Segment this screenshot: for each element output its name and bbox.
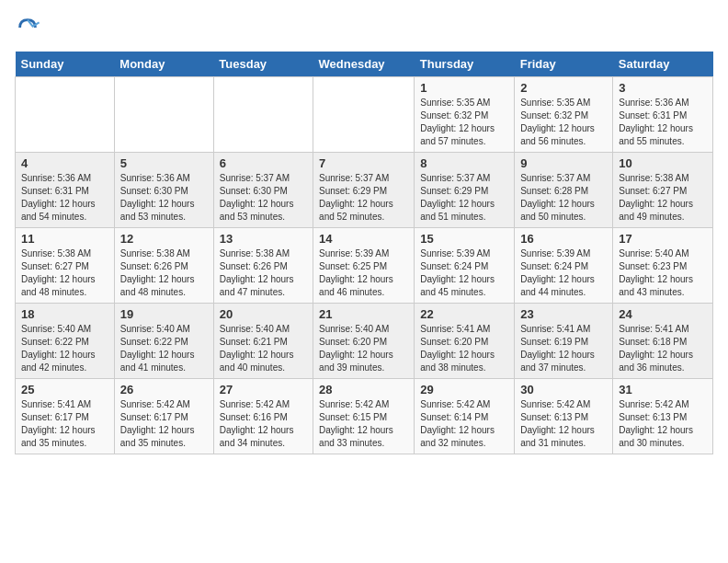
day-number: 2	[520, 81, 607, 95]
day-number: 18	[21, 307, 108, 321]
header-tuesday: Tuesday	[213, 52, 313, 77]
day-number: 27	[220, 383, 307, 396]
header-sunday: Sunday	[16, 52, 115, 77]
day-number: 19	[120, 307, 208, 321]
calendar-cell: 6Sunrise: 5:37 AM Sunset: 6:30 PM Daylig…	[213, 153, 313, 228]
day-info: Sunrise: 5:42 AM Sunset: 6:17 PM Dayligh…	[120, 398, 208, 450]
day-info: Sunrise: 5:42 AM Sunset: 6:14 PM Dayligh…	[420, 398, 508, 450]
day-number: 26	[120, 383, 208, 396]
day-number: 16	[520, 232, 607, 246]
calendar-week-4: 18Sunrise: 5:40 AM Sunset: 6:22 PM Dayli…	[16, 304, 713, 379]
day-info: Sunrise: 5:42 AM Sunset: 6:13 PM Dayligh…	[619, 398, 707, 450]
day-info: Sunrise: 5:39 AM Sunset: 6:24 PM Dayligh…	[420, 247, 508, 299]
day-number: 29	[420, 383, 508, 396]
day-number: 4	[21, 156, 108, 170]
day-info: Sunrise: 5:36 AM Sunset: 6:30 PM Dayligh…	[120, 172, 208, 224]
day-info: Sunrise: 5:40 AM Sunset: 6:22 PM Dayligh…	[120, 323, 208, 374]
calendar-cell: 26Sunrise: 5:42 AM Sunset: 6:17 PM Dayli…	[114, 379, 213, 454]
day-number: 25	[21, 383, 108, 396]
day-number: 23	[520, 307, 607, 321]
calendar-cell: 3Sunrise: 5:36 AM Sunset: 6:31 PM Daylig…	[613, 77, 713, 153]
day-info: Sunrise: 5:38 AM Sunset: 6:26 PM Dayligh…	[120, 247, 208, 299]
day-number: 7	[319, 156, 408, 170]
day-number: 31	[619, 383, 707, 396]
day-number: 20	[220, 307, 307, 321]
day-number: 30	[520, 383, 607, 396]
day-number: 6	[220, 156, 307, 170]
calendar-cell: 12Sunrise: 5:38 AM Sunset: 6:26 PM Dayli…	[114, 228, 213, 304]
calendar-cell: 24Sunrise: 5:41 AM Sunset: 6:18 PM Dayli…	[613, 304, 713, 379]
day-info: Sunrise: 5:40 AM Sunset: 6:22 PM Dayligh…	[21, 323, 108, 374]
day-info: Sunrise: 5:42 AM Sunset: 6:15 PM Dayligh…	[319, 398, 408, 450]
day-number: 1	[420, 81, 508, 95]
calendar-cell: 16Sunrise: 5:39 AM Sunset: 6:24 PM Dayli…	[515, 228, 613, 304]
calendar-cell: 30Sunrise: 5:42 AM Sunset: 6:13 PM Dayli…	[515, 379, 613, 454]
calendar-cell	[313, 77, 415, 153]
calendar-header-row: SundayMondayTuesdayWednesdayThursdayFrid…	[16, 52, 713, 77]
calendar-cell: 27Sunrise: 5:42 AM Sunset: 6:16 PM Dayli…	[213, 379, 313, 454]
calendar-cell: 9Sunrise: 5:37 AM Sunset: 6:28 PM Daylig…	[515, 153, 613, 228]
header-wednesday: Wednesday	[313, 52, 415, 77]
day-info: Sunrise: 5:40 AM Sunset: 6:23 PM Dayligh…	[619, 247, 707, 299]
day-number: 9	[520, 156, 607, 170]
header-thursday: Thursday	[415, 52, 515, 77]
day-number: 21	[319, 307, 408, 321]
day-info: Sunrise: 5:42 AM Sunset: 6:16 PM Dayligh…	[220, 398, 307, 450]
calendar-cell	[114, 77, 213, 153]
day-info: Sunrise: 5:37 AM Sunset: 6:30 PM Dayligh…	[220, 172, 307, 224]
day-info: Sunrise: 5:35 AM Sunset: 6:32 PM Dayligh…	[420, 97, 508, 148]
day-number: 5	[120, 156, 208, 170]
calendar-cell: 2Sunrise: 5:35 AM Sunset: 6:32 PM Daylig…	[515, 77, 613, 153]
day-info: Sunrise: 5:39 AM Sunset: 6:24 PM Dayligh…	[520, 247, 607, 299]
day-info: Sunrise: 5:38 AM Sunset: 6:27 PM Dayligh…	[619, 172, 707, 224]
calendar-cell: 7Sunrise: 5:37 AM Sunset: 6:29 PM Daylig…	[313, 153, 415, 228]
calendar-cell: 22Sunrise: 5:41 AM Sunset: 6:20 PM Dayli…	[415, 304, 515, 379]
day-info: Sunrise: 5:38 AM Sunset: 6:26 PM Dayligh…	[220, 247, 307, 299]
day-info: Sunrise: 5:35 AM Sunset: 6:32 PM Dayligh…	[520, 97, 607, 148]
calendar-cell: 19Sunrise: 5:40 AM Sunset: 6:22 PM Dayli…	[114, 304, 213, 379]
day-number: 28	[319, 383, 408, 396]
calendar-week-1: 1Sunrise: 5:35 AM Sunset: 6:32 PM Daylig…	[16, 77, 713, 153]
day-number: 22	[420, 307, 508, 321]
day-number: 13	[220, 232, 307, 246]
day-number: 14	[319, 232, 408, 246]
header	[15, 15, 713, 40]
calendar-cell: 15Sunrise: 5:39 AM Sunset: 6:24 PM Dayli…	[415, 228, 515, 304]
calendar-cell: 23Sunrise: 5:41 AM Sunset: 6:19 PM Dayli…	[515, 304, 613, 379]
day-info: Sunrise: 5:36 AM Sunset: 6:31 PM Dayligh…	[619, 97, 707, 148]
day-info: Sunrise: 5:41 AM Sunset: 6:18 PM Dayligh…	[619, 323, 707, 374]
day-info: Sunrise: 5:39 AM Sunset: 6:25 PM Dayligh…	[319, 247, 408, 299]
day-number: 17	[619, 232, 707, 246]
logo-icon	[15, 15, 40, 40]
calendar-cell: 20Sunrise: 5:40 AM Sunset: 6:21 PM Dayli…	[213, 304, 313, 379]
header-monday: Monday	[114, 52, 213, 77]
calendar-cell: 4Sunrise: 5:36 AM Sunset: 6:31 PM Daylig…	[16, 153, 115, 228]
day-info: Sunrise: 5:38 AM Sunset: 6:27 PM Dayligh…	[21, 247, 108, 299]
calendar-cell: 5Sunrise: 5:36 AM Sunset: 6:30 PM Daylig…	[114, 153, 213, 228]
day-info: Sunrise: 5:36 AM Sunset: 6:31 PM Dayligh…	[21, 172, 108, 224]
calendar-cell: 1Sunrise: 5:35 AM Sunset: 6:32 PM Daylig…	[415, 77, 515, 153]
header-saturday: Saturday	[613, 52, 713, 77]
calendar-week-2: 4Sunrise: 5:36 AM Sunset: 6:31 PM Daylig…	[16, 153, 713, 228]
calendar-table: SundayMondayTuesdayWednesdayThursdayFrid…	[15, 52, 713, 454]
day-number: 3	[619, 81, 707, 95]
day-info: Sunrise: 5:40 AM Sunset: 6:20 PM Dayligh…	[319, 323, 408, 374]
day-number: 12	[120, 232, 208, 246]
day-number: 24	[619, 307, 707, 321]
calendar-week-5: 25Sunrise: 5:41 AM Sunset: 6:17 PM Dayli…	[16, 379, 713, 454]
day-info: Sunrise: 5:37 AM Sunset: 6:29 PM Dayligh…	[319, 172, 408, 224]
calendar-cell: 25Sunrise: 5:41 AM Sunset: 6:17 PM Dayli…	[16, 379, 115, 454]
day-number: 8	[420, 156, 508, 170]
day-info: Sunrise: 5:41 AM Sunset: 6:17 PM Dayligh…	[21, 398, 108, 450]
logo	[15, 15, 44, 40]
calendar-cell: 11Sunrise: 5:38 AM Sunset: 6:27 PM Dayli…	[16, 228, 115, 304]
day-number: 11	[21, 232, 108, 246]
calendar-cell: 21Sunrise: 5:40 AM Sunset: 6:20 PM Dayli…	[313, 304, 415, 379]
calendar-week-3: 11Sunrise: 5:38 AM Sunset: 6:27 PM Dayli…	[16, 228, 713, 304]
day-info: Sunrise: 5:41 AM Sunset: 6:19 PM Dayligh…	[520, 323, 607, 374]
calendar-cell: 14Sunrise: 5:39 AM Sunset: 6:25 PM Dayli…	[313, 228, 415, 304]
calendar-cell: 10Sunrise: 5:38 AM Sunset: 6:27 PM Dayli…	[613, 153, 713, 228]
calendar-cell: 31Sunrise: 5:42 AM Sunset: 6:13 PM Dayli…	[613, 379, 713, 454]
day-number: 10	[619, 156, 707, 170]
day-number: 15	[420, 232, 508, 246]
